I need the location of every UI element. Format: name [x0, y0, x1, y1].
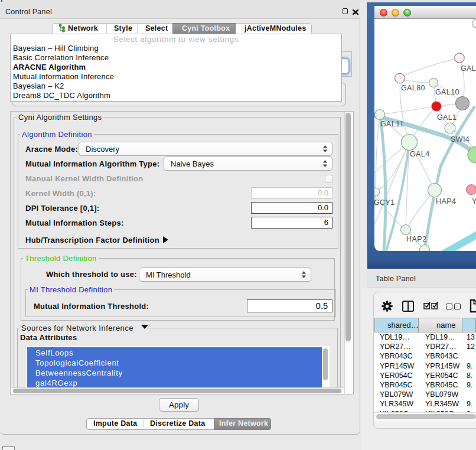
svg-text:GAL11: GAL11 — [380, 120, 404, 128]
svg-text:GAL10: GAL10 — [435, 88, 459, 96]
svg-text:GAL4: GAL4 — [410, 150, 430, 158]
svg-text:HAP4: HAP4 — [436, 197, 456, 206]
svg-text:GAL80: GAL80 — [401, 84, 425, 92]
svg-text:GCY1: GCY1 — [374, 198, 395, 207]
svg-text:GAL1: GAL1 — [437, 113, 457, 122]
svg-text:GAL: GAL — [461, 64, 476, 73]
svg-text:HAP2: HAP2 — [406, 235, 426, 243]
svg-text:SWI4: SWI4 — [451, 135, 470, 144]
svg-text:Y: Y — [472, 197, 476, 206]
